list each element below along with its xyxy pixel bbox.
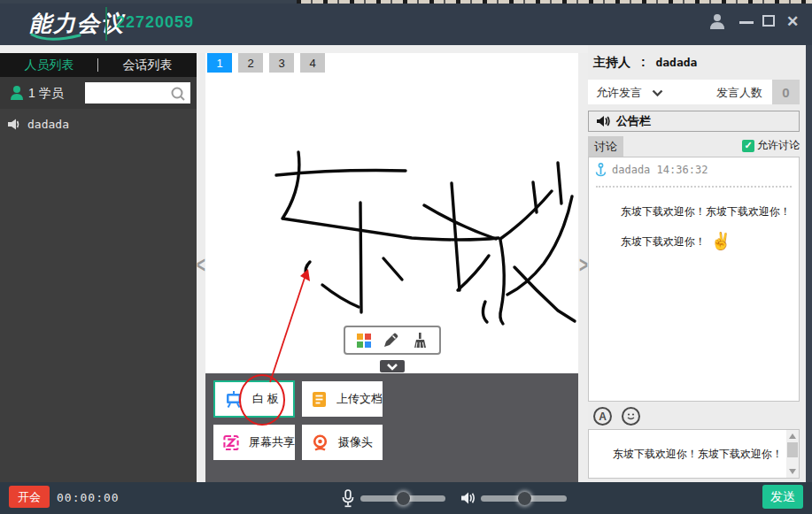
title-divider (105, 7, 107, 41)
meeting-timer: 00:00:00 (57, 491, 120, 504)
message-time: 14:36:32 (657, 164, 708, 176)
tab-session-list-label: 会话列表 (123, 58, 173, 73)
camera-label: 摄像头 (338, 434, 373, 450)
page-tab-2[interactable]: 2 (238, 53, 263, 73)
camera-icon (312, 434, 329, 451)
upload-doc-icon (312, 391, 327, 408)
allow-speak-dropdown[interactable]: 允许发言 (596, 85, 642, 101)
message-text: 东坡下载欢迎你！东坡下载欢迎你！东坡下载欢迎你！ ✌ (589, 196, 799, 257)
meeting-app-window: 能力会议 22720059 ✕ 人员列表 会话列表 (0, 0, 812, 514)
discussion-tab[interactable]: 讨论 (588, 136, 623, 157)
message-sender: dadada (612, 164, 650, 176)
right-collapse-strip: > (578, 53, 588, 482)
scroll-up-arrow[interactable] (789, 433, 796, 439)
user-icon[interactable] (708, 12, 726, 30)
whiteboard-button-label: 白 板 (252, 391, 279, 407)
message-meta: dadada 14:36:32 (612, 164, 708, 176)
message-text-content: 东坡下载欢迎你！东坡下载欢迎你！东坡下载欢迎你！ (621, 205, 791, 248)
anchor-icon (595, 163, 607, 177)
left-collapse-strip: < (197, 53, 205, 482)
right-window-edge (806, 45, 812, 482)
chat-history[interactable]: dadada 14:36:32 东坡下载欢迎你！东坡下载欢迎你！东坡下载欢迎你！… (588, 157, 800, 402)
bottom-bar: 开会 00:00:00 发送 (0, 482, 812, 514)
speaker-count-label: 发言人数 (716, 85, 762, 101)
member-count: 1 学员 (28, 86, 64, 102)
toolbar-collapse-button[interactable] (380, 360, 405, 372)
share-dock: 白 板 上传文档 屏幕共享 (205, 373, 578, 482)
screen-share-label: 屏幕共享 (249, 434, 295, 450)
person-icon (10, 85, 24, 101)
scroll-down-arrow[interactable] (789, 469, 796, 474)
scroll-thumb[interactable] (787, 442, 798, 457)
screenshare-icon (223, 434, 239, 451)
chevron-left-icon[interactable]: < (197, 252, 205, 279)
top-noise-strip-right (297, 0, 812, 4)
host-line: 主持人 : dadada (593, 55, 697, 71)
upload-document-button[interactable]: 上传文档 (302, 381, 383, 417)
host-label: 主持人 (593, 55, 630, 69)
mic-icon[interactable] (342, 489, 354, 508)
close-icon[interactable]: ✕ (786, 12, 799, 33)
maximize-icon[interactable] (762, 15, 775, 27)
speaker-volume-thumb[interactable] (518, 492, 531, 505)
chat-input-value: 东坡下载欢迎你！东坡下载欢迎你！ (613, 447, 783, 462)
top-noise-strip-left (0, 0, 297, 4)
victory-hand-emoji: ✌ (710, 232, 731, 250)
page-tab-4[interactable]: 4 (300, 53, 325, 73)
search-icon (170, 86, 186, 102)
color-palette-icon[interactable] (357, 334, 371, 348)
right-panel: 主持人 : dadada 允许发言 发言人数 0 公告栏 讨论 ✓ 允许讨论 (588, 45, 806, 482)
allow-discussion-checkbox[interactable]: ✓ (742, 140, 754, 152)
meeting-id: 22720059 (116, 13, 194, 32)
composer-toolbar: A (593, 407, 640, 426)
page-tab-1[interactable]: 1 (207, 53, 232, 73)
host-separator: : (641, 55, 646, 69)
announcement-bar[interactable]: 公告栏 (588, 111, 800, 132)
camera-button[interactable]: 摄像头 (302, 425, 383, 460)
chevron-down-icon[interactable] (652, 89, 663, 96)
sidebar: 人员列表 会话列表 1 学员 (0, 53, 197, 482)
speaker-icon[interactable] (460, 491, 476, 505)
logo-swoosh-icon (30, 32, 81, 42)
member-count-number: 1 (28, 86, 35, 100)
search-input[interactable] (85, 82, 190, 104)
allow-discussion-label: 允许讨论 (757, 138, 800, 153)
input-scrollbar[interactable] (786, 430, 799, 478)
screen-share-button[interactable]: 屏幕共享 (213, 425, 295, 460)
speak-control-bar: 允许发言 发言人数 0 (588, 80, 800, 104)
announcement-label: 公告栏 (616, 113, 651, 129)
tab-member-list[interactable]: 人员列表 (0, 53, 98, 77)
upload-document-label: 上传文档 (336, 391, 383, 407)
tab-member-list-label: 人员列表 (25, 58, 74, 73)
member-name: dadada (27, 118, 69, 131)
chevron-right-icon[interactable]: > (579, 252, 588, 279)
message-header: dadada 14:36:32 (595, 163, 708, 177)
font-button[interactable]: A (593, 407, 612, 426)
mic-volume-thumb[interactable] (397, 492, 410, 505)
whiteboard-toolbar (344, 326, 441, 355)
page-tabs: 1 2 3 4 (207, 53, 331, 73)
titlebar: 能力会议 22720059 ✕ (0, 0, 812, 45)
start-meeting-button[interactable]: 开会 (9, 486, 50, 508)
speaker-count-value: 0 (772, 80, 800, 104)
member-row[interactable]: dadada (0, 113, 197, 134)
minimize-icon[interactable] (739, 21, 754, 24)
tab-session-list[interactable]: 会话列表 (98, 53, 197, 77)
whiteboard-canvas[interactable]: 1 2 3 4 (205, 53, 578, 482)
emoji-picker-icon[interactable] (622, 407, 640, 426)
member-count-suffix: 学员 (39, 86, 64, 100)
pencil-icon[interactable] (383, 332, 399, 349)
send-button[interactable]: 发送 (762, 485, 803, 509)
whiteboard-button[interactable]: 白 板 (213, 380, 295, 418)
whiteboard-icon (225, 391, 243, 408)
smiley-icon (625, 410, 637, 422)
chat-input[interactable]: 东坡下载欢迎你！东坡下载欢迎你！ (588, 429, 800, 479)
broom-icon[interactable] (412, 332, 428, 349)
sidebar-tabbar: 人员列表 会话列表 (0, 53, 197, 77)
host-name: dadada (655, 56, 697, 69)
chevron-down-icon (386, 363, 398, 371)
page-tab-3[interactable]: 3 (269, 53, 294, 73)
member-count-row: 1 学员 (0, 77, 197, 109)
message-separator (596, 186, 792, 188)
allow-discussion-toggle[interactable]: ✓ 允许讨论 (742, 138, 800, 153)
